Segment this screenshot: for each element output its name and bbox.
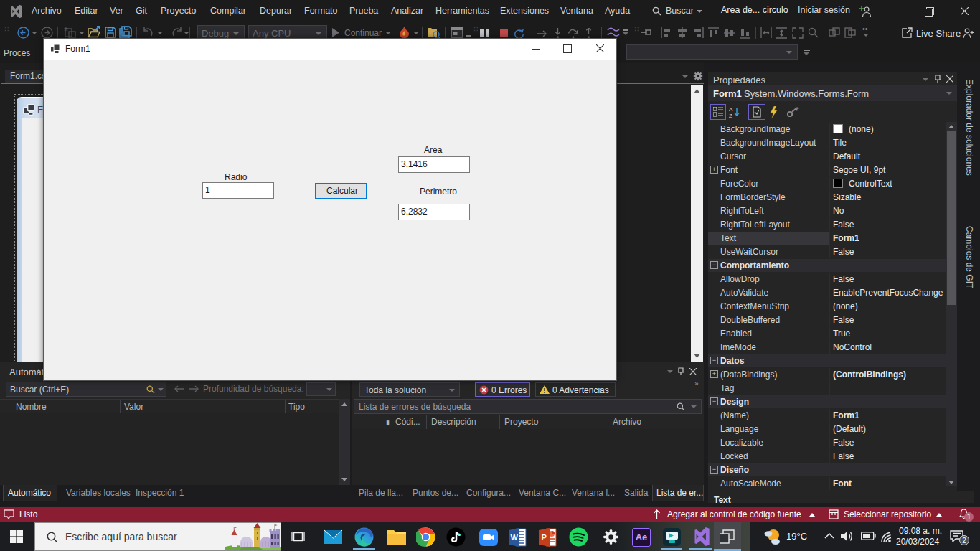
svg-text:Z: Z	[729, 113, 732, 118]
svg-text:P: P	[542, 533, 547, 542]
svg-text:W: W	[511, 533, 519, 542]
svg-text:A: A	[729, 106, 733, 113]
